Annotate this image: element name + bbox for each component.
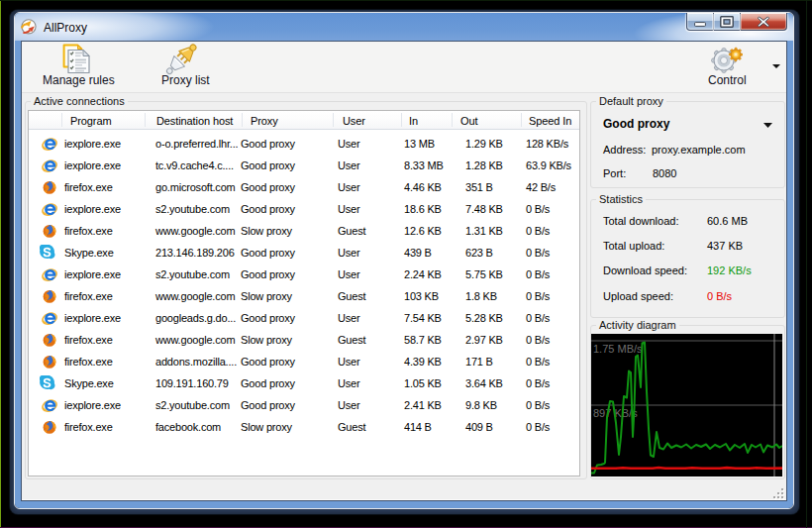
svg-text:1.75 MB/s: 1.75 MB/s [593,343,643,355]
